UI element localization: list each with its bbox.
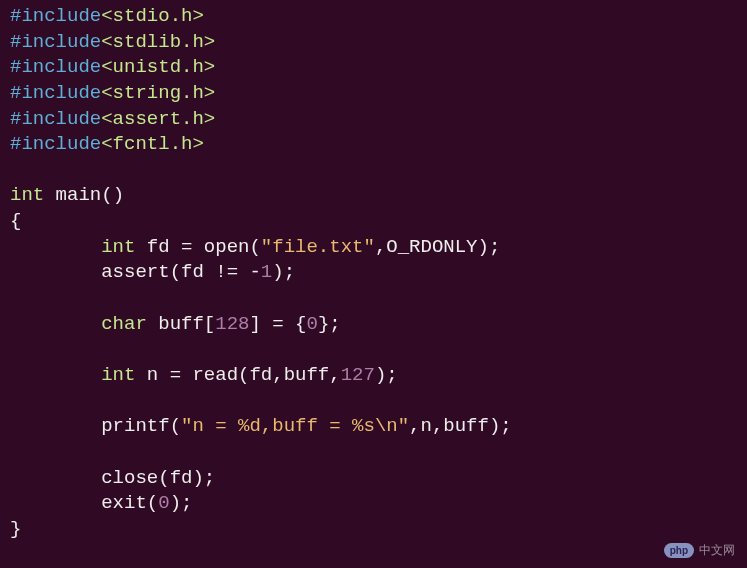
number-literal: 0 (306, 313, 317, 335)
include-directive: #include (10, 31, 101, 53)
function-name: main() (44, 184, 124, 206)
code-text: ); (375, 364, 398, 386)
watermark-logo: php (664, 543, 694, 559)
indent (10, 415, 101, 437)
code-text: printf( (101, 415, 181, 437)
code-text: ,O_RDONLY); (375, 236, 500, 258)
include-header: <unistd.h> (101, 56, 215, 78)
type-keyword: int (101, 236, 135, 258)
brace-open: { (10, 210, 21, 232)
indent (10, 313, 101, 335)
code-editor: #include<stdio.h> #include<stdlib.h> #in… (10, 4, 737, 542)
indent (10, 467, 101, 489)
code-text: buff[ (147, 313, 215, 335)
code-text: ,n,buff); (409, 415, 512, 437)
code-text: assert(fd != - (101, 261, 261, 283)
include-header: <stdio.h> (101, 5, 204, 27)
code-text: ] = { (249, 313, 306, 335)
number-literal: 128 (215, 313, 249, 335)
number-literal: 1 (261, 261, 272, 283)
include-header: <assert.h> (101, 108, 215, 130)
code-text: ); (170, 492, 193, 514)
include-header: <fcntl.h> (101, 133, 204, 155)
indent (10, 364, 101, 386)
include-header: <string.h> (101, 82, 215, 104)
string-literal: "file.txt" (261, 236, 375, 258)
type-keyword: char (101, 313, 147, 335)
include-directive: #include (10, 133, 101, 155)
include-header: <stdlib.h> (101, 31, 215, 53)
code-text: }; (318, 313, 341, 335)
watermark: php中文网 (664, 542, 735, 559)
include-directive: #include (10, 108, 101, 130)
code-text: close(fd); (101, 467, 215, 489)
indent (10, 261, 101, 283)
indent (10, 492, 101, 514)
code-text: fd = open( (135, 236, 260, 258)
number-literal: 0 (158, 492, 169, 514)
type-keyword: int (101, 364, 135, 386)
watermark-text: 中文网 (699, 543, 735, 557)
number-literal: 127 (341, 364, 375, 386)
indent (10, 236, 101, 258)
include-directive: #include (10, 56, 101, 78)
string-literal: "n = %d,buff = %s\n" (181, 415, 409, 437)
return-type: int (10, 184, 44, 206)
brace-close: } (10, 518, 21, 540)
include-directive: #include (10, 82, 101, 104)
code-text: n = read(fd,buff, (135, 364, 340, 386)
include-directive: #include (10, 5, 101, 27)
code-text: ); (272, 261, 295, 283)
code-text: exit( (101, 492, 158, 514)
